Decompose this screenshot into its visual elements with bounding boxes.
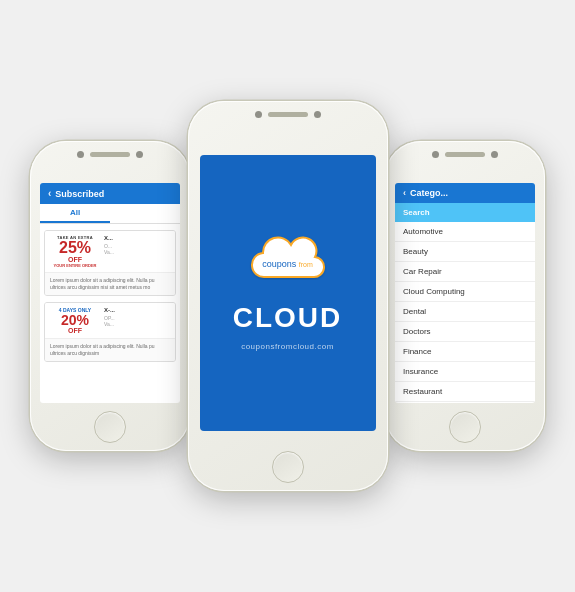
category-insurance[interactable]: Insurance [395,362,535,382]
phone-left: ‹ Subscribed All TAKE AN EXTRA 25% OFF [30,141,190,451]
coupon-right-2: X-... OP... Va... [104,307,170,334]
right-screen: ‹ Catego... Search Automotive Beauty Car… [395,183,535,403]
left-header: ‹ Subscribed [40,183,180,204]
cloud-text: coupons from [262,256,313,269]
home-button-left[interactable] [94,411,126,443]
coupon-percent-2: 20% [50,313,100,327]
category-car-repair[interactable]: Car Repair [395,262,535,282]
phone-center: coupons from CLOUD couponsfromcloud.com [188,101,388,491]
coupon-body-2: Lorem ipsum dolor sit a adipiscing elit.… [45,338,175,361]
category-restaurant[interactable]: Restaurant [395,382,535,402]
left-header-title: Subscribed [55,189,104,199]
camera-left2 [136,151,143,158]
home-button-center[interactable] [272,451,304,483]
left-tabs: All [40,204,180,224]
coupon-top-1: TAKE AN EXTRA 25% OFF YOUR ENTIRE ORDER … [45,231,175,272]
brand-cloud-word: CLOUD [233,302,343,334]
coupon-discount-1: TAKE AN EXTRA 25% OFF YOUR ENTIRE ORDER [50,235,100,268]
phone-notch-left [77,151,143,158]
category-dental[interactable]: Dental [395,302,535,322]
camera-right2 [491,151,498,158]
brand-url: couponsfromcloud.com [241,342,334,351]
coupon-off-1: OFF [50,256,100,263]
back-arrow-right[interactable]: ‹ [403,188,406,198]
tab-all[interactable]: All [40,204,110,223]
coupon-percent-1: 25% [50,240,100,256]
speaker-right [445,152,485,157]
coupon-code-1: X... [104,235,170,243]
right-header-title: Catego... [410,188,448,198]
camera-right [432,151,439,158]
camera-left [77,151,84,158]
right-search-bar[interactable]: Search [395,203,535,222]
phone-notch-right [432,151,498,158]
coupon-card-1: TAKE AN EXTRA 25% OFF YOUR ENTIRE ORDER … [44,230,176,296]
back-arrow-left[interactable]: ‹ [48,188,51,199]
category-finance[interactable]: Finance [395,342,535,362]
right-header: ‹ Catego... [395,183,535,203]
coupon-right-1: X... O... Va... [104,235,170,268]
camera-center2 [314,111,321,118]
category-cloud-computing[interactable]: Cloud Computing [395,282,535,302]
category-beauty[interactable]: Beauty [395,242,535,262]
phone-right: ‹ Catego... Search Automotive Beauty Car… [385,141,545,451]
phone-notch-center [255,111,321,118]
left-screen: ‹ Subscribed All TAKE AN EXTRA 25% OFF [40,183,180,403]
scene: ‹ Subscribed All TAKE AN EXTRA 25% OFF [0,0,575,592]
center-screen: coupons from CLOUD couponsfromcloud.com [200,155,376,431]
coupon-discount-2: 4 DAYS ONLY 20% OFF [50,307,100,334]
coupon-expiry-1: Va... [104,249,170,256]
tab-other[interactable] [110,204,180,223]
speaker-left [90,152,130,157]
center-content: coupons from CLOUD couponsfromcloud.com [200,155,376,431]
category-doctors[interactable]: Doctors [395,322,535,342]
cloud-logo-shape: coupons from [243,235,333,290]
coupon-code-2: X-... [104,307,170,315]
home-button-right[interactable] [449,411,481,443]
coupon-expiry-2: Va... [104,321,170,328]
category-automotive[interactable]: Automotive [395,222,535,242]
coupon-entire-1: YOUR ENTIRE ORDER [50,263,100,268]
speaker-center [268,112,308,117]
coupon-off-2: OFF [50,327,100,334]
coupon-card-2: 4 DAYS ONLY 20% OFF X-... OP... Va... Lo… [44,302,176,362]
coupon-top-2: 4 DAYS ONLY 20% OFF X-... OP... Va... [45,303,175,338]
cloud-coupons-label: coupons [262,258,299,268]
coupon-body-1: Lorem ipsum dolor sit a adipiscing elit.… [45,272,175,295]
cloud-from-label: from [299,260,313,267]
category-list: Automotive Beauty Car Repair Cloud Compu… [395,222,535,402]
camera-center [255,111,262,118]
